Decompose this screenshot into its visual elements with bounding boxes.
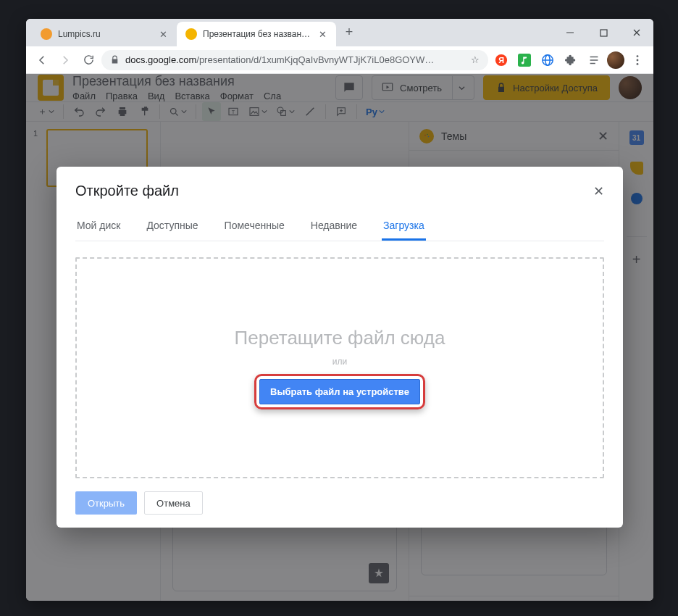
window-controls	[553, 19, 653, 46]
svg-rect-1	[600, 30, 607, 36]
svg-text:Я: Я	[498, 56, 504, 64]
cancel-button[interactable]: Отмена	[144, 491, 203, 515]
modal-footer: Открыть Отмена	[75, 491, 604, 515]
forward-button[interactable]	[55, 50, 75, 70]
new-tab-button[interactable]: +	[339, 22, 359, 42]
tab-starred[interactable]: Помеченные	[223, 212, 286, 241]
close-tab-icon[interactable]: ✕	[158, 29, 168, 39]
tab-title: Lumpics.ru	[58, 29, 152, 39]
modal-close-button[interactable]: ✕	[593, 183, 604, 199]
tab-title: Презентация без названия - Go	[203, 29, 311, 39]
favicon-icon	[41, 28, 52, 40]
reload-button[interactable]	[78, 50, 99, 70]
browser-tabs: Lumpics.ru ✕ Презентация без названия - …	[26, 22, 359, 46]
svg-point-10	[637, 55, 639, 57]
dropzone-or: или	[332, 357, 347, 367]
titlebar: Lumpics.ru ✕ Презентация без названия - …	[26, 19, 653, 46]
back-button[interactable]	[32, 50, 52, 70]
open-button[interactable]: Открыть	[75, 491, 137, 515]
chrome-menu-icon[interactable]	[627, 50, 648, 70]
modal-header: Откройте файл ✕	[75, 183, 604, 199]
browser-tab[interactable]: Lumpics.ru ✕	[32, 22, 177, 46]
close-tab-icon[interactable]: ✕	[317, 29, 327, 39]
open-file-modal: Откройте файл ✕ Мой диск Доступные Помеч…	[56, 167, 623, 528]
tab-recent[interactable]: Недавние	[309, 212, 359, 241]
browser-tab[interactable]: Презентация без названия - Go ✕	[177, 22, 336, 46]
pick-file-highlight: Выбрать файл на устройстве	[254, 374, 425, 409]
reading-list-icon[interactable]	[584, 50, 604, 70]
dropzone-title: Перетащите файл сюда	[235, 327, 445, 349]
svg-point-11	[637, 59, 639, 61]
app-area: Презентация без названия Файл Правка Вид…	[26, 74, 653, 601]
globe-ext-icon[interactable]	[537, 50, 558, 70]
browser-window: Lumpics.ru ✕ Презентация без названия - …	[26, 19, 653, 601]
minimize-button[interactable]	[553, 19, 587, 46]
modal-title: Откройте файл	[75, 183, 179, 199]
upload-dropzone[interactable]: Перетащите файл сюда или Выбрать файл на…	[75, 257, 604, 478]
extensions-icon[interactable]	[561, 50, 581, 70]
svg-rect-6	[518, 54, 531, 67]
omnibox[interactable]: docs.google.com/presentation/d/1xumKjqQa…	[101, 50, 488, 70]
svg-point-12	[637, 62, 639, 64]
window-close-button[interactable]	[620, 19, 653, 46]
lock-icon	[110, 55, 120, 64]
address-bar: docs.google.com/presentation/d/1xumKjqQa…	[26, 46, 653, 74]
yandex-ext-icon[interactable]: Я	[491, 50, 511, 70]
star-icon[interactable]: ☆	[471, 54, 480, 65]
tab-mydrive[interactable]: Мой диск	[75, 212, 122, 241]
pick-file-button[interactable]: Выбрать файл на устройстве	[259, 379, 420, 404]
maximize-button[interactable]	[587, 19, 620, 46]
tab-shared[interactable]: Доступные	[145, 212, 199, 241]
tab-upload[interactable]: Загрузка	[382, 212, 426, 241]
favicon-icon	[185, 28, 197, 40]
modal-tabs: Мой диск Доступные Помеченные Недавние З…	[75, 212, 604, 241]
music-ext-icon[interactable]	[514, 50, 535, 70]
url-text: docs.google.com/presentation/d/1xumKjqQa…	[125, 54, 434, 65]
profile-avatar[interactable]	[607, 51, 624, 69]
